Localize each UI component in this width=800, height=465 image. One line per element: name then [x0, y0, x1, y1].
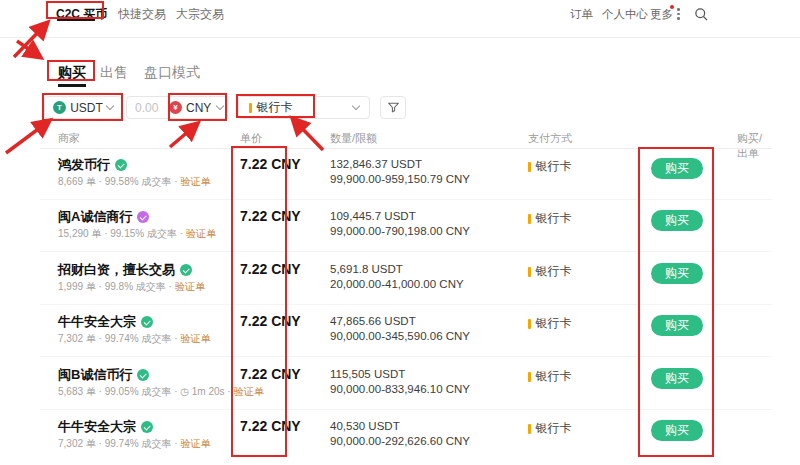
table-header: 商家 单价 数量/限额 支付方式 购买/出单 [40, 131, 772, 148]
merchant-name[interactable]: 闽A诚信商行 [58, 208, 149, 226]
buy-button[interactable]: 购买 [651, 368, 703, 389]
table-row: 牛牛安全大宗 7,302 单 · 99.74% 成交率 ·验证单 7.22 CN… [40, 410, 772, 462]
merchant-name[interactable]: 鸿发币行 [58, 156, 127, 174]
col-payment: 支付方式 [528, 131, 572, 146]
merchant-name[interactable]: 牛牛安全大宗 [58, 418, 153, 436]
fiat-select-value[interactable]: CNY [186, 101, 211, 115]
amount-limit: 115,505 USDT90,000.00-833,946.10 CNY [330, 367, 470, 397]
cny-icon: ¥ [169, 101, 182, 114]
top-navbar: C2C 买币 快捷交易 大宗交易 订单 个人中心 更多 [0, 0, 800, 38]
chevron-down-icon [216, 102, 224, 110]
nav-orders[interactable]: 订单 [570, 7, 593, 22]
table-row: 牛牛安全大宗 7,302 单 · 99.74% 成交率 ·验证单 7.22 CN… [40, 305, 772, 357]
price: 7.22 CNY [240, 156, 301, 172]
crypto-select-value: USDT [70, 101, 103, 115]
amount-limit: 47,865.66 USDT90,000.00-345,590.06 CNY [330, 314, 470, 344]
funnel-icon [387, 101, 400, 114]
merchant-badge-icon [141, 316, 153, 328]
merchant-name[interactable]: 闽B诚信币行 [58, 366, 149, 384]
chevron-down-icon [352, 102, 360, 110]
tab-buy[interactable]: 购买 [58, 64, 86, 82]
merchant-stats: 5,683 单 · 99.05% 成交率 · ◷ 1m 20s ·验证单 [58, 385, 264, 399]
table-row: 招财白资，擅长交易 1,999 单 · 99.8% 成交率 ·验证单 7.22 … [40, 253, 772, 305]
merchant-badge-icon [137, 211, 149, 223]
nav-block-trade[interactable]: 大宗交易 [176, 6, 224, 23]
merchant-stats: 7,302 单 · 99.74% 成交率 ·验证单 [58, 437, 211, 451]
tab-active-underline [58, 84, 86, 87]
amount-limit: 40,530 USDT90,000.00-292,626.60 CNY [330, 419, 470, 449]
table-row: 鸿发币行 8,669 单 · 99.58% 成交率 ·验证单 7.22 CNY … [40, 148, 772, 200]
kebab-menu-icon[interactable] [677, 8, 680, 20]
table-row: 闽A诚信商行 15,290 单 · 99.15% 成交率 ·验证单 7.22 C… [40, 200, 772, 252]
payment-marker [249, 103, 252, 113]
col-merchant: 商家 [58, 131, 80, 146]
price: 7.22 CNY [240, 418, 301, 434]
payment-method: 银行卡 [528, 263, 572, 280]
buy-button[interactable]: 购买 [651, 420, 703, 441]
col-amount-limit: 数量/限额 [330, 131, 377, 146]
nav-more[interactable]: 更多 [650, 7, 673, 22]
c2c-buy-page: C2C 买币 快捷交易 大宗交易 订单 个人中心 更多 购买 出售 盘口模式 T… [0, 0, 800, 465]
nav-quick-trade[interactable]: 快捷交易 [118, 6, 166, 23]
payment-method: 银行卡 [528, 315, 572, 332]
amount-limit: 132,846.37 USDT99,900.00-959,150.79 CNY [330, 157, 470, 187]
price: 7.22 CNY [240, 366, 301, 382]
amount-fiat-group: ¥ CNY [126, 96, 228, 119]
tab-orderbook-mode[interactable]: 盘口模式 [144, 64, 200, 82]
merchant-badge-icon [115, 159, 127, 171]
notification-dot [670, 5, 674, 9]
nav-active-underline [57, 19, 95, 21]
buy-button[interactable]: 购买 [651, 315, 703, 336]
col-price: 单价 [240, 131, 262, 146]
usdt-icon: T [53, 101, 66, 114]
amount-limit: 109,445.7 USDT99,000.00-790,198.00 CNY [330, 209, 470, 239]
merchant-badge-icon [141, 421, 153, 433]
chevron-down-icon [106, 102, 114, 110]
buy-button[interactable]: 购买 [651, 158, 703, 179]
merchant-stats: 8,669 单 · 99.58% 成交率 ·验证单 [58, 175, 211, 189]
search-icon[interactable] [694, 7, 709, 26]
buy-button[interactable]: 购买 [651, 263, 703, 284]
price: 7.22 CNY [240, 261, 301, 277]
buy-button[interactable]: 购买 [651, 210, 703, 231]
crypto-select[interactable]: T USDT [44, 96, 122, 119]
merchant-stats: 1,999 单 · 99.8% 成交率 ·验证单 [58, 280, 205, 294]
tab-sell[interactable]: 出售 [100, 64, 128, 82]
payment-select[interactable]: 银行卡 [238, 96, 370, 119]
payment-select-value: 银行卡 [257, 99, 354, 116]
merchant-name[interactable]: 招财白资，擅长交易 [58, 261, 192, 279]
merchant-badge-icon [180, 264, 192, 276]
payment-method: 银行卡 [528, 420, 572, 437]
merchant-name[interactable]: 牛牛安全大宗 [58, 313, 153, 331]
merchant-stats: 7,302 单 · 99.74% 成交率 ·验证单 [58, 332, 211, 346]
filter-button[interactable] [380, 96, 406, 119]
nav-profile[interactable]: 个人中心 [602, 7, 648, 22]
table-row: 闽B诚信币行 5,683 单 · 99.05% 成交率 · ◷ 1m 20s ·… [40, 358, 772, 410]
price: 7.22 CNY [240, 208, 301, 224]
merchant-stats: 15,290 单 · 99.15% 成交率 ·验证单 [58, 227, 216, 241]
amount-input[interactable] [135, 101, 169, 115]
payment-method: 银行卡 [528, 158, 572, 175]
payment-method: 银行卡 [528, 210, 572, 227]
price: 7.22 CNY [240, 313, 301, 329]
payment-method: 银行卡 [528, 368, 572, 385]
merchant-badge-icon [137, 369, 149, 381]
amount-limit: 5,691.8 USDT20,000.00-41,000.00 CNY [330, 262, 464, 292]
